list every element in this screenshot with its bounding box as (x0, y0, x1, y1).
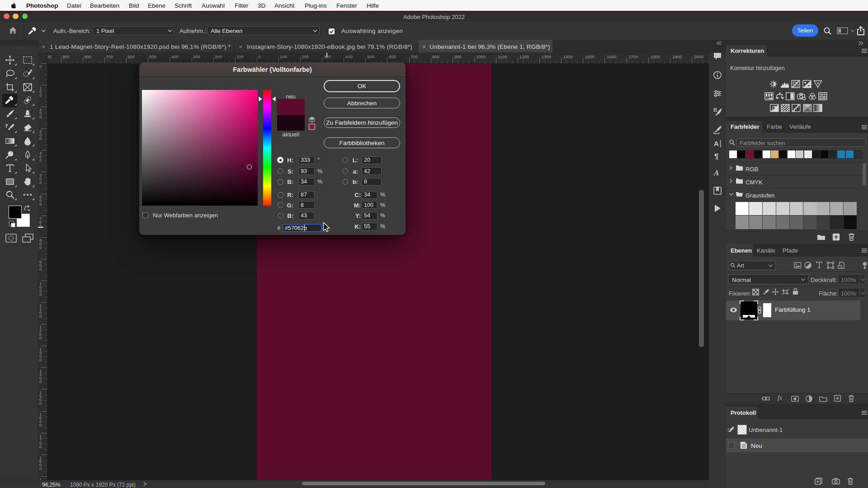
svg-text:¶: ¶ (714, 152, 718, 161)
svg-text:A: A (714, 140, 719, 147)
svg-text:A: A (713, 169, 719, 177)
